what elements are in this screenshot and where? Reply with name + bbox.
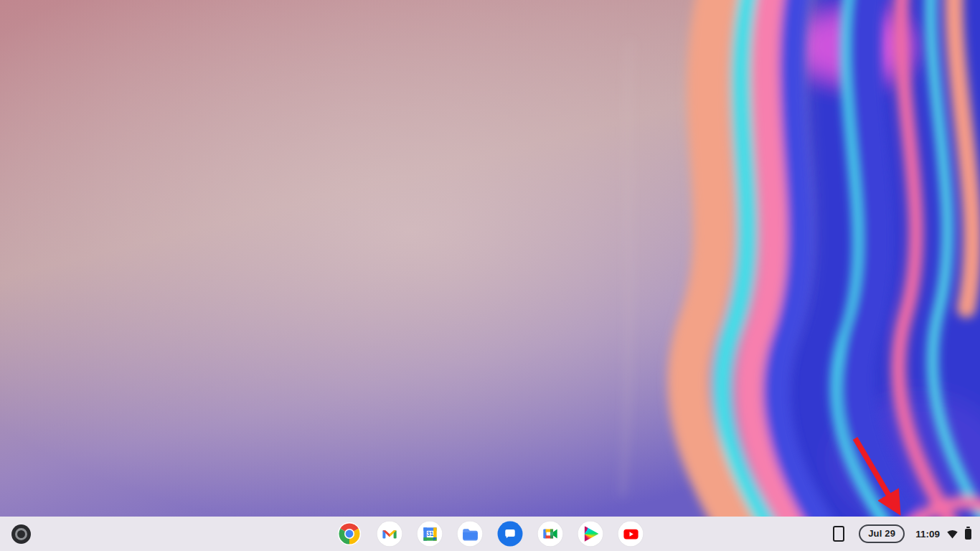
chromeos-desktop: 31 (0, 0, 980, 551)
status-area: Jul 29 11:09 (828, 522, 973, 546)
svg-text:31: 31 (426, 531, 433, 537)
phone-icon (833, 526, 844, 542)
shelf-app-play[interactable] (578, 521, 604, 547)
gmail-icon (377, 522, 402, 547)
files-icon (458, 522, 483, 547)
youtube-icon (618, 522, 644, 547)
shelf-app-row: 31 (336, 521, 644, 547)
shelf-app-calendar[interactable]: 31 (417, 521, 443, 547)
status-tray[interactable]: 11:09 (914, 525, 973, 542)
phone-hub-button[interactable] (828, 522, 849, 546)
meet-icon (538, 522, 563, 547)
shelf-app-chrome[interactable] (336, 521, 363, 547)
clock: 11:09 (915, 529, 940, 540)
chrome-icon (337, 522, 362, 547)
desktop-wallpaper (0, 0, 980, 551)
shelf-app-youtube[interactable] (618, 521, 644, 547)
wifi-icon (946, 528, 958, 540)
messages-icon (498, 522, 523, 547)
launcher-icon (11, 524, 31, 544)
shelf-app-messages[interactable] (497, 521, 524, 547)
shelf-app-gmail[interactable] (377, 521, 403, 547)
battery-icon (965, 529, 971, 540)
shelf-app-files[interactable] (457, 521, 484, 547)
shelf-app-meet[interactable] (537, 521, 564, 547)
calendar-icon: 31 (418, 522, 443, 547)
date-pill[interactable]: Jul 29 (859, 524, 905, 543)
play-triangle (585, 526, 599, 542)
launcher-button[interactable] (7, 520, 34, 547)
play-store-icon (578, 522, 603, 547)
shelf: 31 (0, 517, 980, 551)
